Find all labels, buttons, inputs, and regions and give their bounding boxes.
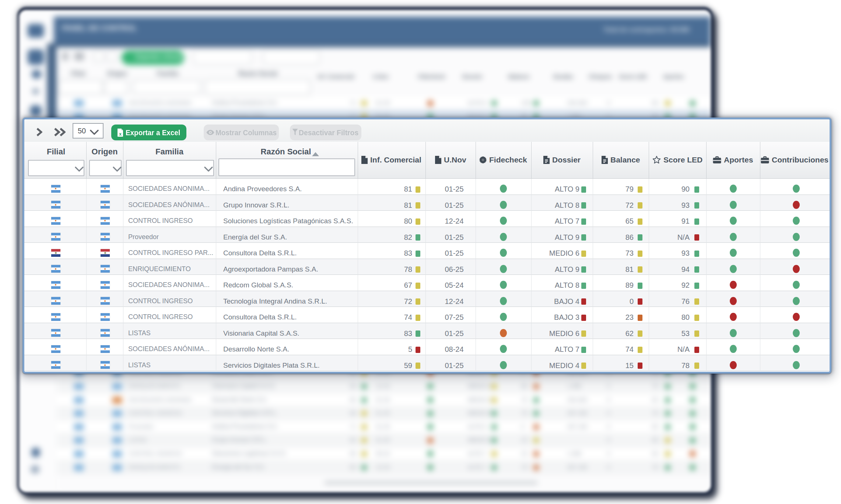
svg-text:x: x xyxy=(119,132,122,137)
